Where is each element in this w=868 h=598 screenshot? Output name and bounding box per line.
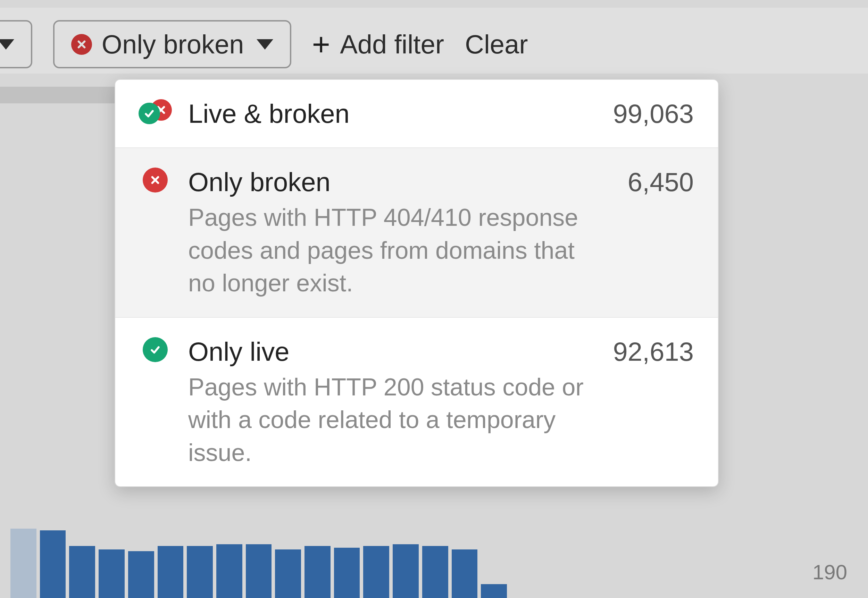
chevron-down-icon bbox=[0, 39, 14, 49]
chevron-down-icon bbox=[256, 39, 273, 49]
dropdown-item-label: Only broken bbox=[188, 166, 614, 199]
chart-bar bbox=[452, 549, 478, 598]
dropdown-item-only-broken[interactable]: Only broken Pages with HTTP 404/410 resp… bbox=[115, 148, 718, 318]
dropdown-item-count: 6,450 bbox=[628, 166, 694, 197]
chart-bar bbox=[69, 546, 95, 598]
chart-bar bbox=[128, 551, 154, 598]
dropdown-item-live-broken[interactable]: Live & broken 99,063 bbox=[115, 80, 718, 148]
chart-axis-label: 190 bbox=[813, 560, 847, 584]
plus-icon: + bbox=[312, 29, 331, 60]
dropdown-item-only-live[interactable]: Only live Pages with HTTP 200 status cod… bbox=[115, 318, 718, 487]
chart-bar bbox=[481, 584, 507, 598]
add-filter-button[interactable]: + Add filter bbox=[312, 29, 444, 60]
filter-pill-pages[interactable]: ages bbox=[0, 20, 32, 68]
dropdown-item-description: Pages with HTTP 404/410 response codes a… bbox=[188, 201, 605, 300]
dropdown-item-description: Pages with HTTP 200 status code or with … bbox=[188, 371, 599, 469]
chart-bar bbox=[334, 548, 360, 598]
dropdown-item-count: 92,613 bbox=[613, 335, 694, 367]
clear-filters-button[interactable]: Clear bbox=[465, 29, 528, 59]
chart-bar bbox=[246, 544, 272, 598]
chart-bar bbox=[275, 549, 301, 598]
filter-dropdown: Live & broken 99,063 Only broken Pages w… bbox=[115, 79, 719, 487]
subheader-row bbox=[0, 87, 115, 103]
dropdown-item-label: Live & broken bbox=[188, 97, 599, 130]
live-broken-icon bbox=[138, 99, 172, 124]
check-circle-icon bbox=[138, 103, 160, 124]
chart-bar bbox=[216, 544, 242, 598]
chart-bar bbox=[187, 546, 213, 598]
chart-bar bbox=[10, 529, 36, 598]
add-filter-label: Add filter bbox=[340, 29, 444, 59]
dropdown-item-count: 99,063 bbox=[613, 97, 694, 129]
dropdown-item-icon-wrap bbox=[136, 166, 174, 193]
filter-pill-broken[interactable]: Only broken bbox=[53, 20, 291, 68]
x-circle-icon bbox=[143, 167, 168, 193]
chart-bar bbox=[393, 544, 419, 598]
clear-label: Clear bbox=[465, 29, 528, 59]
dropdown-item-text: Only broken Pages with HTTP 404/410 resp… bbox=[188, 166, 614, 300]
filter-pill-broken-label: Only broken bbox=[102, 29, 244, 59]
dropdown-item-text: Live & broken bbox=[188, 97, 599, 130]
check-circle-icon bbox=[143, 337, 168, 362]
chart-bar bbox=[99, 549, 124, 598]
dropdown-item-text: Only live Pages with HTTP 200 status cod… bbox=[188, 335, 599, 469]
chart-bar bbox=[157, 546, 184, 598]
chart-bar bbox=[40, 530, 66, 598]
filter-bar: ages Only broken + Add filter Clear bbox=[0, 20, 528, 68]
chart-bar bbox=[422, 546, 448, 598]
dropdown-item-icon-wrap bbox=[136, 335, 174, 362]
x-circle-icon bbox=[71, 34, 92, 55]
dropdown-item-label: Only live bbox=[188, 335, 599, 368]
chart-bar bbox=[304, 546, 331, 598]
dropdown-item-icon-wrap bbox=[136, 97, 174, 124]
chart-bar bbox=[363, 546, 389, 598]
